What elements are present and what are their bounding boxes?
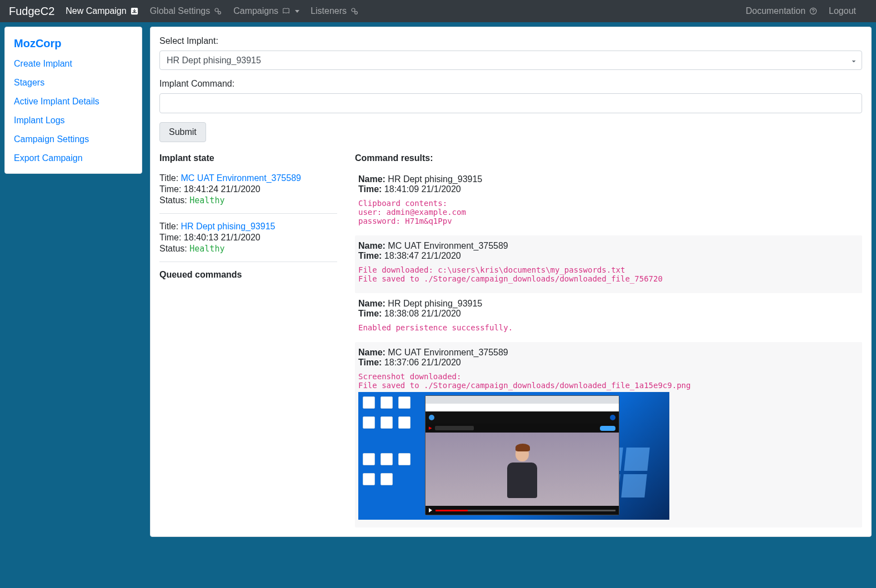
result-output: Clipboard contents: user: admin@example.… xyxy=(358,199,859,225)
implant-time: 18:41:24 21/1/2020 xyxy=(184,184,261,194)
result-time-label: Time: xyxy=(358,358,384,367)
select-implant-label: Select Implant: xyxy=(159,36,862,46)
main-panel: Select Implant: HR Dept phising_93915 Im… xyxy=(150,27,872,537)
svg-point-4 xyxy=(355,12,358,14)
chevron-down-icon xyxy=(295,10,299,13)
nav-documentation-label: Documentation xyxy=(745,6,805,16)
sidebar-title[interactable]: MozCorp xyxy=(5,33,142,54)
implant-status: Healthy xyxy=(189,244,224,254)
queued-commands-heading: Queued commands xyxy=(159,270,337,280)
result-time: 18:37:06 21/1/2020 xyxy=(384,358,461,367)
result-name: MC UAT Environment_375589 xyxy=(388,348,508,357)
gears-icon xyxy=(350,7,359,16)
implant-title-link[interactable]: MC UAT Environment_375589 xyxy=(181,173,301,183)
result-output: File downloaded: c:\users\kris\documents… xyxy=(358,265,859,283)
svg-point-3 xyxy=(352,8,355,12)
sidebar-item-export-campaign[interactable]: Export Campaign xyxy=(5,149,142,168)
result-name-label: Name: xyxy=(358,174,388,184)
navbar: FudgeC2 New Campaign Global Settings Cam… xyxy=(0,0,876,22)
command-result-entry: Name: MC UAT Environment_375589 Time: 18… xyxy=(355,342,862,527)
download-icon xyxy=(130,7,139,16)
result-output: Screenshot downloaded: File saved to ./S… xyxy=(358,372,859,390)
nav-global-settings-label: Global Settings xyxy=(150,6,211,16)
result-name-label: Name: xyxy=(358,348,388,357)
sidebar: MozCorp Create Implant Stagers Active Im… xyxy=(4,27,142,174)
result-time-label: Time: xyxy=(358,251,384,260)
svg-point-2 xyxy=(218,12,221,14)
implant-state-entry: Title: MC UAT Environment_375589 Time: 1… xyxy=(159,169,337,214)
nav-campaigns[interactable]: Campaigns xyxy=(233,6,299,16)
title-label: Title: xyxy=(159,222,181,231)
brand[interactable]: FudgeC2 xyxy=(9,3,54,20)
implant-command-label: Implant Command: xyxy=(159,79,862,89)
sidebar-item-implant-logs[interactable]: Implant Logs xyxy=(5,111,142,130)
nav-documentation[interactable]: Documentation xyxy=(745,6,818,16)
nav-new-campaign[interactable]: New Campaign xyxy=(66,6,138,16)
time-label: Time: xyxy=(159,184,184,194)
implant-command-input[interactable] xyxy=(159,93,862,113)
nav-listeners[interactable]: Listeners xyxy=(311,6,359,16)
nav-campaigns-label: Campaigns xyxy=(233,6,278,16)
result-time: 18:38:08 21/1/2020 xyxy=(384,309,461,318)
select-implant[interactable]: HR Dept phising_93915 xyxy=(159,51,862,70)
nav-listeners-label: Listeners xyxy=(311,6,347,16)
submit-button[interactable]: Submit xyxy=(159,122,206,142)
result-output: Enabled persistence successfully. xyxy=(358,323,859,332)
sidebar-item-active-implant-details[interactable]: Active Implant Details xyxy=(5,92,142,111)
implant-state-heading: Implant state xyxy=(159,153,337,163)
title-label: Title: xyxy=(159,173,181,183)
nav-global-settings[interactable]: Global Settings xyxy=(150,6,223,16)
result-time-label: Time: xyxy=(358,309,384,318)
sidebar-item-stagers[interactable]: Stagers xyxy=(5,73,142,92)
result-time-label: Time: xyxy=(358,184,384,194)
svg-point-1 xyxy=(215,8,218,12)
sidebar-item-create-implant[interactable]: Create Implant xyxy=(5,54,142,73)
implant-status: Healthy xyxy=(189,195,224,205)
nav-new-campaign-label: New Campaign xyxy=(66,6,126,16)
command-result-entry: Name: HR Dept phising_93915 Time: 18:38:… xyxy=(355,293,862,342)
result-name-label: Name: xyxy=(358,241,388,250)
command-results-heading: Command results: xyxy=(355,153,862,163)
sidebar-item-campaign-settings[interactable]: Campaign Settings xyxy=(5,130,142,149)
implant-time: 18:40:13 21/1/2020 xyxy=(184,233,261,242)
result-screenshot: ▶ xyxy=(358,392,669,520)
time-label: Time: xyxy=(159,233,184,242)
command-result-entry: Name: MC UAT Environment_375589 Time: 18… xyxy=(355,235,862,293)
result-time: 18:41:09 21/1/2020 xyxy=(384,184,461,194)
implant-state-entry: Title: HR Dept phising_93915 Time: 18:40… xyxy=(159,217,337,262)
question-circle-icon xyxy=(809,7,818,16)
command-result-entry: Name: HR Dept phising_93915 Time: 18:41:… xyxy=(355,169,862,235)
book-icon xyxy=(282,7,291,16)
status-label: Status: xyxy=(159,244,189,253)
implant-title-link[interactable]: HR Dept phising_93915 xyxy=(181,222,276,231)
result-name-label: Name: xyxy=(358,299,388,308)
result-name: HR Dept phising_93915 xyxy=(388,174,482,184)
result-name: MC UAT Environment_375589 xyxy=(388,241,508,250)
gears-icon xyxy=(213,7,222,16)
nav-logout[interactable]: Logout xyxy=(829,6,856,16)
status-label: Status: xyxy=(159,195,189,205)
result-time: 18:38:47 21/1/2020 xyxy=(384,251,461,260)
result-name: HR Dept phising_93915 xyxy=(388,299,482,308)
